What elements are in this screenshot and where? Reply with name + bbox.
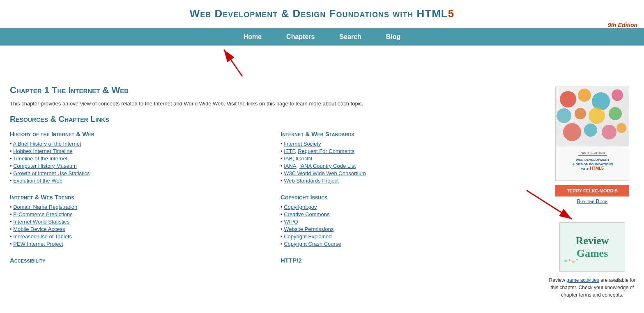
list-item: Copyright Explained bbox=[281, 233, 539, 240]
link-pew[interactable]: PEW Internet Project bbox=[13, 241, 63, 247]
svg-point-24 bbox=[569, 259, 570, 261]
resources-left-col: History of the Internet & Web A Brief Hi… bbox=[10, 130, 268, 274]
trends-heading: Internet & Web Trends bbox=[10, 194, 268, 201]
copyright-links: Copyright.gov Creative Commons WIPO Webs… bbox=[281, 204, 539, 247]
list-item: Internet World Statistics bbox=[10, 219, 268, 225]
link-icann[interactable]: ICANN bbox=[295, 155, 312, 162]
history-heading: History of the Internet & Web bbox=[10, 130, 268, 137]
history-links: A Brief History of the Internet Hobbes I… bbox=[10, 141, 268, 184]
svg-text:HTML5: HTML5 bbox=[590, 166, 604, 171]
link-iab[interactable]: IAB bbox=[284, 155, 292, 162]
list-item: W3C World Wide Web Consortium bbox=[281, 170, 539, 176]
list-item: A Brief History of the Internet bbox=[10, 141, 268, 147]
link-computer-history[interactable]: Computer History Museum bbox=[13, 163, 77, 169]
resources-heading: Resources & Chapter Links bbox=[10, 114, 539, 124]
list-item: Web Standards Project bbox=[281, 178, 539, 184]
link-timeline[interactable]: Timeline of the Internet bbox=[13, 155, 67, 162]
standards-links: Internet Society IETF, Request For Comme… bbox=[281, 141, 539, 184]
svg-point-26 bbox=[576, 259, 578, 260]
link-evolution[interactable]: Evolution of the Web bbox=[13, 178, 62, 184]
resource-section-trends: Internet & Web Trends Domain Name Regist… bbox=[10, 194, 268, 247]
resource-section-history: History of the Internet & Web A Brief Hi… bbox=[10, 130, 268, 184]
svg-rect-16 bbox=[578, 155, 607, 156]
copyright-heading: Copyright Issues bbox=[281, 194, 539, 201]
site-title: Web Development & Design Foundations wit… bbox=[0, 0, 644, 23]
arrow-annotation-up bbox=[185, 46, 267, 78]
main-nav: Home Chapters Search Blog bbox=[0, 28, 644, 46]
svg-text:WEB DEVELOPMENT: WEB DEVELOPMENT bbox=[576, 158, 610, 162]
nav-home[interactable]: Home bbox=[244, 33, 262, 41]
book-cover-decoration: NINTH EDITION WEB DEVELOPMENT & DESIGN F… bbox=[556, 87, 629, 181]
trends-links: Domain Name Registration E-Commerce Pred… bbox=[10, 204, 268, 247]
list-item: Growth of Internet Use Statistics bbox=[10, 170, 268, 176]
svg-text:NINTH EDITION: NINTH EDITION bbox=[580, 151, 605, 155]
link-copyright-crash-course[interactable]: Copyright Crash Course bbox=[284, 241, 341, 247]
review-games-image: Review Games bbox=[559, 222, 625, 272]
sidebar: NINTH EDITION WEB DEVELOPMENT & DESIGN F… bbox=[547, 78, 637, 300]
link-website-permissions[interactable]: Website Permissions bbox=[284, 226, 334, 232]
list-item: IAB, ICANN bbox=[281, 155, 539, 162]
list-item: IETF, Request For Comments bbox=[281, 148, 539, 154]
svg-point-2 bbox=[560, 91, 576, 107]
buy-button[interactable]: TERRY FELKE-MORRIS bbox=[555, 185, 629, 196]
accessibility-heading: Accessibility bbox=[10, 257, 268, 264]
link-brief-history[interactable]: A Brief History of the Internet bbox=[13, 141, 81, 147]
title-text: Web Development & Design Foundations wit… bbox=[190, 7, 448, 20]
list-item: Website Permissions bbox=[281, 226, 539, 232]
svg-point-25 bbox=[572, 260, 575, 263]
standards-heading: Internet & Web Standards bbox=[281, 130, 539, 137]
svg-point-9 bbox=[609, 107, 622, 120]
link-world-stats[interactable]: Internet World Statistics bbox=[13, 219, 69, 225]
link-wipo[interactable]: WIPO bbox=[284, 219, 298, 225]
content-area: Chapter 1 The Internet & Web This chapte… bbox=[7, 78, 539, 300]
link-domain-name[interactable]: Domain Name Registration bbox=[13, 204, 77, 210]
game-activities-link[interactable]: game activities bbox=[566, 277, 599, 283]
main-wrapper: Chapter 1 The Internet & Web This chapte… bbox=[0, 78, 644, 300]
svg-point-7 bbox=[575, 108, 586, 119]
link-ietf[interactable]: IETF bbox=[284, 148, 295, 154]
list-item: Copyright Crash Course bbox=[281, 241, 539, 247]
svg-point-3 bbox=[578, 89, 591, 102]
svg-point-5 bbox=[612, 89, 623, 101]
link-ecommerce[interactable]: E-Commerce Predictions bbox=[13, 211, 73, 217]
svg-text:WITH: WITH bbox=[581, 167, 590, 171]
link-internet-society[interactable]: Internet Society bbox=[284, 141, 321, 147]
svg-point-11 bbox=[584, 123, 597, 137]
svg-point-23 bbox=[564, 260, 567, 262]
link-web-standards[interactable]: Web Standards Project bbox=[284, 178, 338, 184]
resource-section-copyright: Copyright Issues Copyright.gov Creative … bbox=[281, 194, 539, 247]
list-item: Mobile Device Access bbox=[10, 226, 268, 232]
list-item: Timeline of the Internet bbox=[10, 155, 268, 162]
list-item: Hobbes Internet Timeline bbox=[10, 148, 268, 154]
edition-badge: 9th Edition bbox=[0, 22, 644, 28]
chapter-title: Chapter 1 The Internet & Web bbox=[10, 85, 539, 96]
link-rfc[interactable]: Request For Comments bbox=[298, 148, 354, 154]
list-item: Increased Use of Tablets bbox=[10, 233, 268, 240]
link-iana-country[interactable]: IANA Country Code List bbox=[299, 163, 356, 169]
resource-section-standards: Internet & Web Standards Internet Societ… bbox=[281, 130, 539, 184]
list-item: WIPO bbox=[281, 219, 539, 225]
nav-search[interactable]: Search bbox=[339, 33, 361, 41]
list-item: Evolution of the Web bbox=[10, 178, 268, 184]
link-hobbes[interactable]: Hobbes Internet Timeline bbox=[13, 148, 73, 154]
link-copyright-gov[interactable]: Copyright.gov bbox=[284, 204, 317, 210]
svg-point-6 bbox=[557, 108, 571, 123]
resource-section-http2: HTTP/2 bbox=[281, 257, 539, 264]
svg-point-4 bbox=[592, 92, 610, 110]
link-iana[interactable]: IANA bbox=[284, 163, 296, 169]
link-creative-commons[interactable]: Creative Commons bbox=[284, 211, 329, 217]
list-item: IANA, IANA Country Code List bbox=[281, 163, 539, 169]
link-w3c[interactable]: W3C World Wide Web Consortium bbox=[284, 170, 366, 176]
svg-text:& DESIGN FOUNDATIONS: & DESIGN FOUNDATIONS bbox=[573, 162, 614, 166]
list-item: Creative Commons bbox=[281, 211, 539, 217]
nav-chapters[interactable]: Chapters bbox=[286, 33, 315, 41]
link-mobile[interactable]: Mobile Device Access bbox=[13, 226, 65, 232]
nav-blog[interactable]: Blog bbox=[386, 33, 401, 41]
link-copyright-explained[interactable]: Copyright Explained bbox=[284, 233, 331, 240]
link-growth-stats[interactable]: Growth of Internet Use Statistics bbox=[13, 170, 90, 176]
link-tablets[interactable]: Increased Use of Tablets bbox=[13, 233, 72, 240]
buy-book-link[interactable]: Buy the Book bbox=[547, 198, 637, 204]
svg-point-13 bbox=[616, 123, 626, 133]
list-item: Internet Society bbox=[281, 141, 539, 147]
svg-point-12 bbox=[602, 125, 616, 139]
